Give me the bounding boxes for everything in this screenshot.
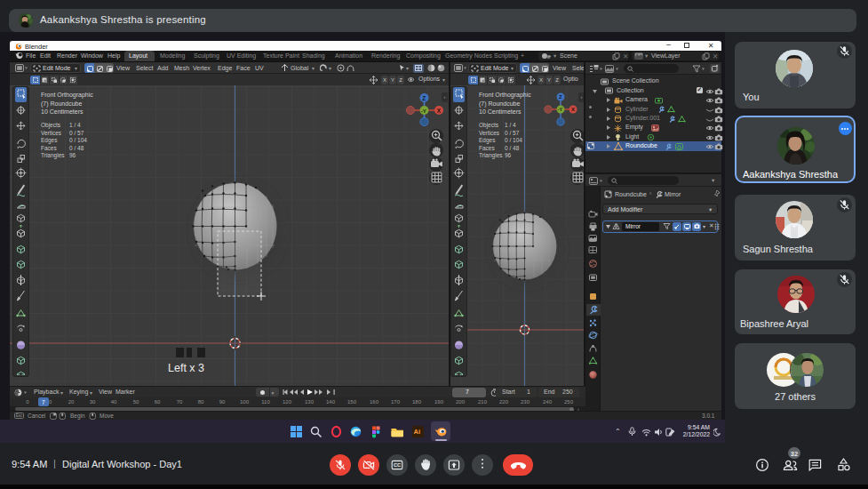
svg-text:Left x 3: Left x 3 [168,362,204,374]
svg-text:-Y: -Y [558,107,563,112]
svg-text:CC: CC [394,462,401,468]
svg-text:X: X [571,107,575,112]
svg-text:Z: Z [559,94,562,100]
svg-text:Z: Z [422,95,426,101]
svg-text:X: X [437,108,442,114]
svg-text:-Y: -Y [421,108,426,114]
